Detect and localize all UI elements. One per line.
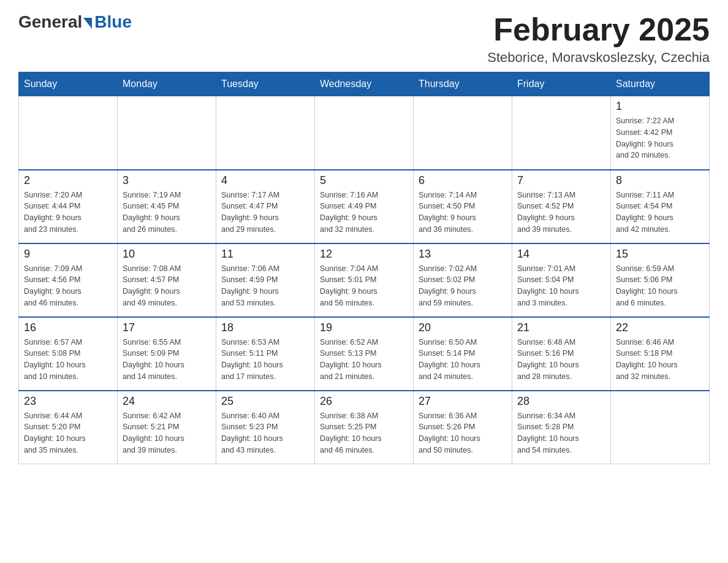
calendar-cell: 5Sunrise: 7:16 AM Sunset: 4:49 PM Daylig… (315, 170, 414, 243)
day-info: Sunrise: 6:50 AM Sunset: 5:14 PM Dayligh… (419, 337, 507, 383)
calendar-cell (414, 96, 512, 170)
calendar-cell: 15Sunrise: 6:59 AM Sunset: 5:06 PM Dayli… (611, 243, 710, 317)
calendar-cell: 22Sunrise: 6:46 AM Sunset: 5:18 PM Dayli… (611, 317, 710, 391)
day-number: 6 (419, 174, 507, 187)
day-number: 24 (123, 395, 211, 408)
day-info: Sunrise: 7:08 AM Sunset: 4:57 PM Dayligh… (123, 263, 211, 309)
day-number: 15 (616, 248, 704, 261)
day-number: 25 (221, 395, 309, 408)
day-info: Sunrise: 6:52 AM Sunset: 5:13 PM Dayligh… (320, 337, 408, 383)
weekday-header-thursday: Thursday (414, 72, 512, 96)
title-area: February 2025 Steborice, Moravskoslezsky… (487, 12, 710, 66)
day-number: 11 (221, 248, 309, 261)
calendar-cell: 1Sunrise: 7:22 AM Sunset: 4:42 PM Daylig… (611, 96, 710, 170)
day-info: Sunrise: 6:34 AM Sunset: 5:28 PM Dayligh… (517, 410, 605, 456)
weekday-header-friday: Friday (512, 72, 611, 96)
day-info: Sunrise: 6:48 AM Sunset: 5:16 PM Dayligh… (517, 337, 605, 383)
calendar-cell: 12Sunrise: 7:04 AM Sunset: 5:01 PM Dayli… (315, 243, 414, 317)
day-info: Sunrise: 6:53 AM Sunset: 5:11 PM Dayligh… (221, 337, 309, 383)
calendar-cell: 17Sunrise: 6:55 AM Sunset: 5:09 PM Dayli… (118, 317, 216, 391)
calendar-cell: 25Sunrise: 6:40 AM Sunset: 5:23 PM Dayli… (216, 391, 315, 464)
day-number: 10 (123, 248, 211, 261)
calendar-cell (512, 96, 611, 170)
calendar-cell: 9Sunrise: 7:09 AM Sunset: 4:56 PM Daylig… (19, 243, 118, 317)
day-info: Sunrise: 6:57 AM Sunset: 5:08 PM Dayligh… (24, 337, 112, 383)
weekday-header-sunday: Sunday (19, 72, 118, 96)
calendar-cell: 13Sunrise: 7:02 AM Sunset: 5:02 PM Dayli… (414, 243, 512, 317)
weekday-header-row: SundayMondayTuesdayWednesdayThursdayFrid… (19, 72, 710, 96)
day-info: Sunrise: 6:44 AM Sunset: 5:20 PM Dayligh… (24, 410, 112, 456)
calendar-cell: 4Sunrise: 7:17 AM Sunset: 4:47 PM Daylig… (216, 170, 315, 243)
day-info: Sunrise: 6:59 AM Sunset: 5:06 PM Dayligh… (616, 263, 704, 309)
calendar-cell: 7Sunrise: 7:13 AM Sunset: 4:52 PM Daylig… (512, 170, 611, 243)
week-row-3: 9Sunrise: 7:09 AM Sunset: 4:56 PM Daylig… (19, 243, 710, 317)
calendar-cell: 14Sunrise: 7:01 AM Sunset: 5:04 PM Dayli… (512, 243, 611, 317)
day-number: 9 (24, 248, 112, 261)
day-info: Sunrise: 6:42 AM Sunset: 5:21 PM Dayligh… (123, 410, 211, 456)
week-row-5: 23Sunrise: 6:44 AM Sunset: 5:20 PM Dayli… (19, 391, 710, 464)
calendar-cell: 23Sunrise: 6:44 AM Sunset: 5:20 PM Dayli… (19, 391, 118, 464)
logo: General Blue (18, 12, 132, 32)
day-number: 3 (123, 174, 211, 187)
calendar-cell (315, 96, 414, 170)
day-info: Sunrise: 7:19 AM Sunset: 4:45 PM Dayligh… (123, 190, 211, 236)
calendar-cell: 3Sunrise: 7:19 AM Sunset: 4:45 PM Daylig… (118, 170, 216, 243)
day-number: 26 (320, 395, 408, 408)
calendar-cell: 18Sunrise: 6:53 AM Sunset: 5:11 PM Dayli… (216, 317, 315, 391)
calendar-cell: 11Sunrise: 7:06 AM Sunset: 4:59 PM Dayli… (216, 243, 315, 317)
day-number: 21 (517, 321, 605, 334)
day-info: Sunrise: 7:02 AM Sunset: 5:02 PM Dayligh… (419, 263, 507, 309)
day-number: 20 (419, 321, 507, 334)
week-row-2: 2Sunrise: 7:20 AM Sunset: 4:44 PM Daylig… (19, 170, 710, 243)
calendar-cell: 2Sunrise: 7:20 AM Sunset: 4:44 PM Daylig… (19, 170, 118, 243)
day-number: 4 (221, 174, 309, 187)
logo-blue-text: Blue (94, 12, 132, 32)
day-number: 16 (24, 321, 112, 334)
day-number: 18 (221, 321, 309, 334)
calendar-cell: 20Sunrise: 6:50 AM Sunset: 5:14 PM Dayli… (414, 317, 512, 391)
calendar-cell: 21Sunrise: 6:48 AM Sunset: 5:16 PM Dayli… (512, 317, 611, 391)
calendar-cell: 10Sunrise: 7:08 AM Sunset: 4:57 PM Dayli… (118, 243, 216, 317)
logo-arrow-icon (83, 18, 92, 29)
weekday-header-wednesday: Wednesday (315, 72, 414, 96)
week-row-1: 1Sunrise: 7:22 AM Sunset: 4:42 PM Daylig… (19, 96, 710, 170)
logo-general-text: General (18, 12, 82, 32)
day-number: 7 (517, 174, 605, 187)
day-info: Sunrise: 7:13 AM Sunset: 4:52 PM Dayligh… (517, 190, 605, 236)
day-number: 14 (517, 248, 605, 261)
day-info: Sunrise: 7:16 AM Sunset: 4:49 PM Dayligh… (320, 190, 408, 236)
day-info: Sunrise: 7:20 AM Sunset: 4:44 PM Dayligh… (24, 190, 112, 236)
weekday-header-saturday: Saturday (611, 72, 710, 96)
calendar-cell: 19Sunrise: 6:52 AM Sunset: 5:13 PM Dayli… (315, 317, 414, 391)
day-number: 27 (419, 395, 507, 408)
calendar-cell (216, 96, 315, 170)
week-row-4: 16Sunrise: 6:57 AM Sunset: 5:08 PM Dayli… (19, 317, 710, 391)
weekday-header-tuesday: Tuesday (216, 72, 315, 96)
calendar-cell: 26Sunrise: 6:38 AM Sunset: 5:25 PM Dayli… (315, 391, 414, 464)
calendar-cell: 24Sunrise: 6:42 AM Sunset: 5:21 PM Dayli… (118, 391, 216, 464)
day-info: Sunrise: 6:38 AM Sunset: 5:25 PM Dayligh… (320, 410, 408, 456)
day-number: 8 (616, 174, 704, 187)
calendar-cell: 28Sunrise: 6:34 AM Sunset: 5:28 PM Dayli… (512, 391, 611, 464)
day-number: 22 (616, 321, 704, 334)
calendar-cell: 27Sunrise: 6:36 AM Sunset: 5:26 PM Dayli… (414, 391, 512, 464)
calendar-cell (19, 96, 118, 170)
day-info: Sunrise: 7:22 AM Sunset: 4:42 PM Dayligh… (616, 115, 704, 161)
day-info: Sunrise: 6:55 AM Sunset: 5:09 PM Dayligh… (123, 337, 211, 383)
day-number: 2 (24, 174, 112, 187)
day-number: 13 (419, 248, 507, 261)
day-number: 28 (517, 395, 605, 408)
day-info: Sunrise: 7:11 AM Sunset: 4:54 PM Dayligh… (616, 190, 704, 236)
calendar-cell (118, 96, 216, 170)
weekday-header-monday: Monday (118, 72, 216, 96)
day-info: Sunrise: 7:06 AM Sunset: 4:59 PM Dayligh… (221, 263, 309, 309)
day-info: Sunrise: 7:01 AM Sunset: 5:04 PM Dayligh… (517, 263, 605, 309)
calendar-cell: 6Sunrise: 7:14 AM Sunset: 4:50 PM Daylig… (414, 170, 512, 243)
day-number: 1 (616, 100, 704, 113)
day-info: Sunrise: 7:04 AM Sunset: 5:01 PM Dayligh… (320, 263, 408, 309)
day-info: Sunrise: 6:36 AM Sunset: 5:26 PM Dayligh… (419, 410, 507, 456)
location-title: Steborice, Moravskoslezsky, Czechia (487, 50, 710, 66)
day-info: Sunrise: 6:46 AM Sunset: 5:18 PM Dayligh… (616, 337, 704, 383)
day-info: Sunrise: 7:14 AM Sunset: 4:50 PM Dayligh… (419, 190, 507, 236)
day-number: 17 (123, 321, 211, 334)
